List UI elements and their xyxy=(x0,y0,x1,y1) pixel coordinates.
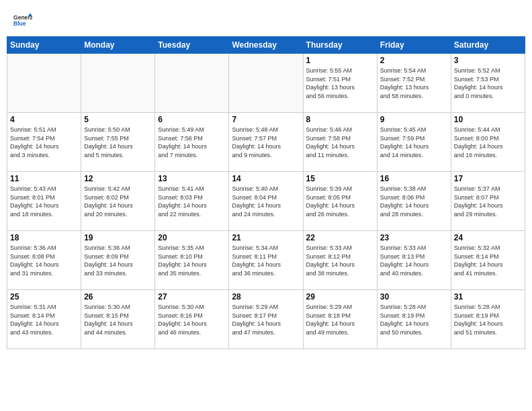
weekday-sunday: Sunday xyxy=(7,37,81,54)
calendar-cell: 4Sunrise: 5:51 AM Sunset: 7:54 PM Daylig… xyxy=(7,113,81,172)
calendar-cell: 7Sunrise: 5:48 AM Sunset: 7:57 PM Daylig… xyxy=(229,113,303,172)
day-number: 30 xyxy=(380,292,448,302)
calendar-cell xyxy=(155,54,229,113)
logo-icon: General Blue xyxy=(13,12,32,31)
calendar-cell: 20Sunrise: 5:35 AM Sunset: 8:10 PM Dayli… xyxy=(155,231,229,290)
day-number: 4 xyxy=(10,115,78,124)
day-info: Sunrise: 5:31 AM Sunset: 8:14 PM Dayligh… xyxy=(10,303,78,336)
day-number: 11 xyxy=(10,174,78,183)
day-number: 20 xyxy=(158,233,226,242)
day-info: Sunrise: 5:33 AM Sunset: 8:13 PM Dayligh… xyxy=(380,244,448,277)
calendar-cell: 14Sunrise: 5:40 AM Sunset: 8:04 PM Dayli… xyxy=(229,172,303,231)
day-info: Sunrise: 5:46 AM Sunset: 7:58 PM Dayligh… xyxy=(306,126,374,159)
week-row-1: 1Sunrise: 5:55 AM Sunset: 7:51 PM Daylig… xyxy=(7,54,525,113)
calendar-cell: 21Sunrise: 5:34 AM Sunset: 8:11 PM Dayli… xyxy=(229,231,303,290)
calendar-cell: 1Sunrise: 5:55 AM Sunset: 7:51 PM Daylig… xyxy=(303,54,377,113)
calendar-cell: 6Sunrise: 5:49 AM Sunset: 7:56 PM Daylig… xyxy=(155,113,229,172)
day-info: Sunrise: 5:40 AM Sunset: 8:04 PM Dayligh… xyxy=(232,185,300,218)
calendar-cell xyxy=(7,54,81,113)
calendar-cell: 8Sunrise: 5:46 AM Sunset: 7:58 PM Daylig… xyxy=(303,113,377,172)
calendar-cell: 23Sunrise: 5:33 AM Sunset: 8:13 PM Dayli… xyxy=(377,231,451,290)
calendar-cell: 15Sunrise: 5:39 AM Sunset: 8:05 PM Dayli… xyxy=(303,172,377,231)
calendar-cell: 19Sunrise: 5:36 AM Sunset: 8:09 PM Dayli… xyxy=(81,231,155,290)
calendar-cell: 26Sunrise: 5:30 AM Sunset: 8:15 PM Dayli… xyxy=(81,290,155,349)
day-number: 8 xyxy=(306,115,374,124)
calendar-cell: 28Sunrise: 5:29 AM Sunset: 8:17 PM Dayli… xyxy=(229,290,303,349)
calendar-cell xyxy=(229,54,303,113)
calendar-cell: 31Sunrise: 5:28 AM Sunset: 8:19 PM Dayli… xyxy=(451,290,525,349)
calendar-cell: 24Sunrise: 5:32 AM Sunset: 8:14 PM Dayli… xyxy=(451,231,525,290)
day-number: 14 xyxy=(232,174,300,183)
calendar-cell: 5Sunrise: 5:50 AM Sunset: 7:55 PM Daylig… xyxy=(81,113,155,172)
day-number: 29 xyxy=(306,292,374,302)
day-number: 1 xyxy=(306,56,374,65)
day-info: Sunrise: 5:28 AM Sunset: 8:19 PM Dayligh… xyxy=(454,303,522,336)
svg-text:Blue: Blue xyxy=(13,20,26,27)
calendar-cell: 22Sunrise: 5:33 AM Sunset: 8:12 PM Dayli… xyxy=(303,231,377,290)
day-info: Sunrise: 5:38 AM Sunset: 8:06 PM Dayligh… xyxy=(380,185,448,218)
day-number: 24 xyxy=(454,233,522,242)
day-number: 7 xyxy=(232,115,300,124)
day-number: 5 xyxy=(84,115,152,124)
day-info: Sunrise: 5:50 AM Sunset: 7:55 PM Dayligh… xyxy=(84,126,152,159)
weekday-wednesday: Wednesday xyxy=(229,37,303,54)
weekday-thursday: Thursday xyxy=(303,37,377,54)
day-info: Sunrise: 5:39 AM Sunset: 8:05 PM Dayligh… xyxy=(306,185,374,218)
calendar-cell: 11Sunrise: 5:43 AM Sunset: 8:01 PM Dayli… xyxy=(7,172,81,231)
calendar-cell: 10Sunrise: 5:44 AM Sunset: 8:00 PM Dayli… xyxy=(451,113,525,172)
day-info: Sunrise: 5:51 AM Sunset: 7:54 PM Dayligh… xyxy=(10,126,78,159)
day-info: Sunrise: 5:29 AM Sunset: 8:17 PM Dayligh… xyxy=(232,303,300,336)
calendar-cell: 13Sunrise: 5:41 AM Sunset: 8:03 PM Dayli… xyxy=(155,172,229,231)
day-info: Sunrise: 5:36 AM Sunset: 8:08 PM Dayligh… xyxy=(10,244,78,277)
calendar-cell: 29Sunrise: 5:29 AM Sunset: 8:18 PM Dayli… xyxy=(303,290,377,349)
day-info: Sunrise: 5:34 AM Sunset: 8:11 PM Dayligh… xyxy=(232,244,300,277)
week-row-3: 11Sunrise: 5:43 AM Sunset: 8:01 PM Dayli… xyxy=(7,172,525,231)
calendar-cell: 27Sunrise: 5:30 AM Sunset: 8:16 PM Dayli… xyxy=(155,290,229,349)
logo: General Blue xyxy=(13,12,32,31)
calendar-cell: 16Sunrise: 5:38 AM Sunset: 8:06 PM Dayli… xyxy=(377,172,451,231)
day-number: 12 xyxy=(84,174,152,183)
weekday-friday: Friday xyxy=(377,37,451,54)
day-number: 2 xyxy=(380,56,448,65)
week-row-2: 4Sunrise: 5:51 AM Sunset: 7:54 PM Daylig… xyxy=(7,113,525,172)
day-info: Sunrise: 5:44 AM Sunset: 8:00 PM Dayligh… xyxy=(454,126,522,159)
day-number: 19 xyxy=(84,233,152,242)
day-info: Sunrise: 5:30 AM Sunset: 8:16 PM Dayligh… xyxy=(158,303,226,336)
calendar-cell: 17Sunrise: 5:37 AM Sunset: 8:07 PM Dayli… xyxy=(451,172,525,231)
day-info: Sunrise: 5:49 AM Sunset: 7:56 PM Dayligh… xyxy=(158,126,226,159)
day-number: 17 xyxy=(454,174,522,183)
day-info: Sunrise: 5:43 AM Sunset: 8:01 PM Dayligh… xyxy=(10,185,78,218)
day-number: 28 xyxy=(232,292,300,302)
day-number: 15 xyxy=(306,174,374,183)
day-info: Sunrise: 5:33 AM Sunset: 8:12 PM Dayligh… xyxy=(306,244,374,277)
day-number: 13 xyxy=(158,174,226,183)
calendar-cell: 9Sunrise: 5:45 AM Sunset: 7:59 PM Daylig… xyxy=(377,113,451,172)
day-number: 27 xyxy=(158,292,226,302)
day-info: Sunrise: 5:42 AM Sunset: 8:02 PM Dayligh… xyxy=(84,185,152,218)
day-number: 10 xyxy=(454,115,522,124)
weekday-tuesday: Tuesday xyxy=(155,37,229,54)
day-info: Sunrise: 5:52 AM Sunset: 7:53 PM Dayligh… xyxy=(454,66,522,100)
day-info: Sunrise: 5:29 AM Sunset: 8:18 PM Dayligh… xyxy=(306,303,374,336)
calendar-cell: 3Sunrise: 5:52 AM Sunset: 7:53 PM Daylig… xyxy=(451,54,525,113)
day-info: Sunrise: 5:55 AM Sunset: 7:51 PM Dayligh… xyxy=(306,66,374,100)
day-info: Sunrise: 5:35 AM Sunset: 8:10 PM Dayligh… xyxy=(158,244,226,277)
calendar-cell: 30Sunrise: 5:28 AM Sunset: 8:19 PM Dayli… xyxy=(377,290,451,349)
day-info: Sunrise: 5:54 AM Sunset: 7:52 PM Dayligh… xyxy=(380,66,448,100)
day-number: 31 xyxy=(454,292,522,302)
weekday-saturday: Saturday xyxy=(451,37,525,54)
calendar-body: 1Sunrise: 5:55 AM Sunset: 7:51 PM Daylig… xyxy=(7,54,525,349)
day-number: 3 xyxy=(454,56,522,65)
calendar-table: SundayMondayTuesdayWednesdayThursdayFrid… xyxy=(7,36,525,349)
calendar-cell: 2Sunrise: 5:54 AM Sunset: 7:52 PM Daylig… xyxy=(377,54,451,113)
day-info: Sunrise: 5:37 AM Sunset: 8:07 PM Dayligh… xyxy=(454,185,522,218)
day-number: 6 xyxy=(158,115,226,124)
day-number: 22 xyxy=(306,233,374,242)
calendar-cell: 25Sunrise: 5:31 AM Sunset: 8:14 PM Dayli… xyxy=(7,290,81,349)
day-number: 23 xyxy=(380,233,448,242)
weekday-monday: Monday xyxy=(81,37,155,54)
calendar-cell: 12Sunrise: 5:42 AM Sunset: 8:02 PM Dayli… xyxy=(81,172,155,231)
calendar-cell xyxy=(81,54,155,113)
week-row-4: 18Sunrise: 5:36 AM Sunset: 8:08 PM Dayli… xyxy=(7,231,525,290)
day-info: Sunrise: 5:41 AM Sunset: 8:03 PM Dayligh… xyxy=(158,185,226,218)
